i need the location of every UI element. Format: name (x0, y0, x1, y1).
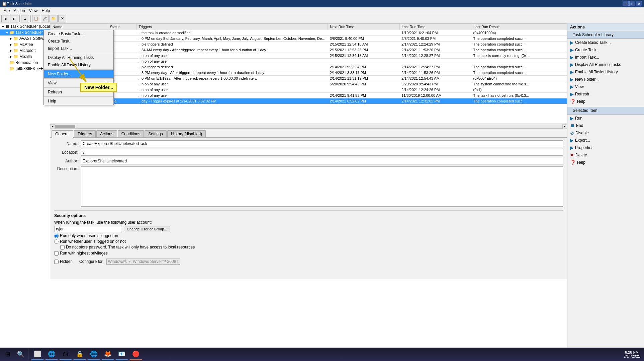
table-row[interactable]: ...n on of any user5/20/2020 9:54:43 PM5… (51, 81, 567, 87)
tab-settings[interactable]: Settings (145, 130, 166, 137)
table-row[interactable]: ...n on of any user2/14/2021 9:41:53 PM1… (51, 93, 567, 98)
scroll-right[interactable]: ► (562, 124, 567, 129)
toolbar-properties[interactable]: 🖊 (41, 15, 49, 22)
change-user-button[interactable]: Change User or Group... (124, 226, 170, 232)
tab-history[interactable]: History (disabled) (167, 130, 206, 137)
radio-whether-input[interactable] (54, 239, 59, 244)
ctx-display-running[interactable]: Display All Running Tasks (44, 54, 113, 61)
highest-privileges-checkbox[interactable] (54, 251, 59, 256)
tree-item-avast[interactable]: ► 📁 AVAST Software (0, 35, 50, 42)
right-enable-history[interactable]: ▶ Enable All Tasks History (567, 68, 644, 76)
taskbar-app-firefox[interactable]: 🦊 (101, 349, 114, 360)
col-triggers[interactable]: Triggers (136, 24, 328, 30)
ctx-create-basic[interactable]: Create Basic Task... (44, 30, 113, 38)
tab-triggers[interactable]: Triggers (74, 130, 96, 137)
tab-conditions[interactable]: Conditions (118, 130, 144, 137)
horizontal-scrollbar[interactable]: ◄ ► (50, 124, 567, 129)
toolbar-back[interactable]: ◄ (1, 15, 9, 22)
maximize-button[interactable]: □ (629, 1, 635, 6)
table-row[interactable]: ...ple triggers defined2/14/2021 9:23:24… (51, 64, 567, 70)
right-display-running[interactable]: ▶ Display All Running Tasks (567, 61, 644, 68)
author-label: Author: (54, 159, 81, 163)
tree-item-task-scheduler-local[interactable]: ▼ 🖥 Task Scheduler (Local) (0, 23, 50, 29)
taskbar-app-taskview[interactable]: ⬜ (31, 349, 44, 360)
right-disable[interactable]: ⊘ Disable (567, 129, 644, 137)
do-not-store-checkbox[interactable] (60, 245, 65, 249)
taskbar-app-files[interactable]: 🗂 (59, 349, 72, 360)
tree-item-remediation[interactable]: 📁 Remediation (0, 60, 50, 66)
right-new-folder[interactable]: ▶ New Folder... (567, 76, 644, 83)
toolbar-up[interactable]: ▲ (21, 15, 29, 22)
right-import[interactable]: ▶ Import Task... (567, 54, 644, 61)
table-row[interactable]: ...the task is created or modified1/10/2… (51, 30, 567, 36)
right-properties[interactable]: ▶ Properties (567, 144, 644, 151)
menu-action[interactable]: Action (12, 8, 27, 14)
col-name[interactable]: Name (51, 24, 108, 30)
ctx-new-folder[interactable]: New Folder... (44, 70, 113, 78)
toolbar-folder[interactable]: 📁 (50, 15, 58, 22)
col-status[interactable]: Status (108, 24, 136, 30)
ctx-create-task[interactable]: Create Task... (44, 38, 113, 45)
menu-file[interactable]: File (1, 8, 12, 14)
right-help-selected[interactable]: ❓ Help (567, 159, 644, 166)
right-export[interactable]: ▶ Export... (567, 137, 644, 144)
right-create-task[interactable]: ▶ Create Task... (567, 46, 644, 54)
tab-actions[interactable]: Actions (96, 130, 117, 137)
scroll-thumb[interactable] (55, 125, 75, 128)
task-list-container[interactable]: Name Status Triggers Next Run Time Last … (50, 23, 567, 124)
table-row[interactable]: ...ple triggers defined2/15/2021 12:34:1… (51, 42, 567, 47)
right-help-library-label: Help (577, 99, 585, 104)
taskbar-app-chrome[interactable]: 🌐 (87, 349, 100, 360)
hidden-checkbox[interactable] (54, 260, 59, 264)
name-input[interactable] (81, 140, 563, 147)
right-view[interactable]: ▶ View (567, 83, 644, 90)
menu-view[interactable]: View (27, 8, 40, 14)
tab-general[interactable]: General (52, 130, 73, 138)
tree-item-mozilla[interactable]: ► 📁 Mozilla (0, 54, 50, 60)
tree-item-guid[interactable]: 📁 {595886F3-7FE8-9... (0, 66, 50, 72)
taskbar-app-mail[interactable]: 📧 (115, 349, 128, 360)
author-input[interactable] (81, 158, 563, 164)
tree-item-library[interactable]: ▼ 📁 Task Scheduler Library (0, 29, 50, 35)
toolbar-forward[interactable]: ► (10, 15, 18, 22)
toolbar-delete[interactable]: ✕ (58, 15, 66, 22)
radio-logged-on-input[interactable] (54, 234, 59, 238)
tree-item-microsoft[interactable]: ► 📁 Microsoft (0, 48, 50, 54)
col-last-result[interactable]: Last Run Result (471, 24, 567, 30)
right-run[interactable]: ▶ Run (567, 115, 644, 122)
menu-help[interactable]: Help (40, 8, 52, 14)
table-row[interactable]: ...34 AM every day - After triggered, re… (51, 47, 567, 53)
table-row[interactable]: ...n on of any user2/15/2021 12:34:18 AM… (51, 53, 567, 59)
minimize-button[interactable]: — (623, 1, 629, 6)
ctx-refresh[interactable]: Refresh (44, 88, 113, 96)
scroll-track[interactable] (55, 125, 562, 129)
toolbar-new-task[interactable]: 📋 (32, 15, 40, 22)
col-next-run[interactable]: Next Run Time (328, 24, 399, 30)
ctx-import[interactable]: Import Task... (44, 45, 113, 52)
search-button[interactable]: 🔍 (15, 349, 27, 360)
taskbar-app-task[interactable]: 🔴 (129, 349, 142, 360)
right-create-basic[interactable]: ▶ Create Basic Task... (567, 39, 644, 46)
col-last-run[interactable]: Last Run Time (399, 24, 471, 30)
ctx-view[interactable]: View ► (44, 79, 113, 87)
ctx-help[interactable]: Help (44, 97, 113, 105)
ctx-enable-history[interactable]: Enable All Tasks History (44, 61, 113, 69)
scroll-left[interactable]: ◄ (50, 124, 55, 129)
right-help-library[interactable]: ❓ Help (567, 98, 644, 105)
right-end[interactable]: ⏹ End (567, 122, 644, 129)
table-row[interactable]: ...n on of any user (51, 59, 567, 64)
close-button[interactable]: ✕ (636, 1, 642, 6)
taskbar-app-lock[interactable]: 🔒 (73, 349, 86, 360)
table-row[interactable]: ...3 PM every day - After triggered, rep… (51, 70, 567, 76)
description-textarea[interactable] (81, 166, 563, 207)
location-input[interactable] (81, 149, 563, 156)
table-row[interactable]: ...n on of any user2/14/2021 12:24:26 PM… (51, 87, 567, 93)
tree-item-mcafee[interactable]: ► 📁 McAfee (0, 42, 50, 48)
taskbar-app-edge[interactable]: 🌐 (45, 349, 58, 360)
table-row[interactable]: ...0 PM on 5/1/1992 - After triggered, r… (51, 76, 567, 81)
right-refresh[interactable]: ▶ Refresh (567, 90, 644, 98)
start-button[interactable]: ⊞ (1, 349, 14, 360)
table-row[interactable]: ...0 PM on day 8 of January, February, M… (51, 36, 567, 42)
table-row[interactable]: User_Feed_S...Rea......day - Trigger exp… (51, 98, 567, 104)
right-delete[interactable]: ✕ Delete (567, 151, 644, 159)
